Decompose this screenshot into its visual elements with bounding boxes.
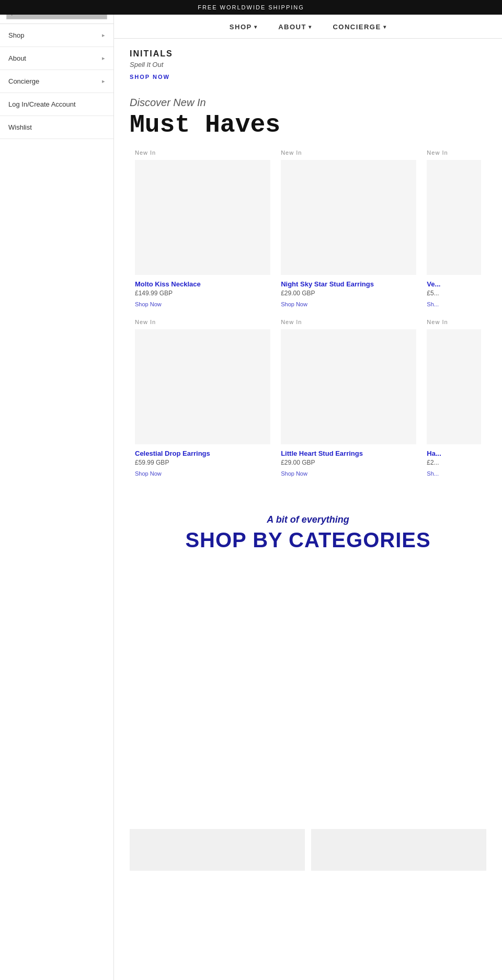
product-image-5 [281,329,416,444]
nav-concierge-arrow: ▾ [383,24,387,30]
product-image-6 [427,329,481,444]
sidebar-concierge-label: Concierge [8,77,39,85]
category-labels [114,824,502,881]
sidebar-shop-label: Shop [8,31,24,39]
product-price-5: £29.00 GBP [281,459,416,466]
product-badge-6: New In [427,319,481,325]
product-badge-5: New In [281,319,416,325]
must-haves-title: Must Haves [130,111,486,139]
product-badge: New In [135,149,270,156]
product-card-2: New In Night Sky Star Stud Earrings £29.… [276,149,421,308]
product-shop-link-3[interactable]: Sh... [427,301,439,307]
nav-shop-arrow: ▾ [254,24,258,30]
sidebar-item-about[interactable]: About ▸ [0,47,113,70]
initials-shop-now-link[interactable]: SHOP NOW [130,74,170,80]
chevron-icon: ▸ [102,32,105,39]
chevron-icon: ▸ [102,78,105,85]
product-row-2: New In Celestial Drop Earrings £59.99 GB… [130,319,486,478]
main-content: SHOP ▾ ABOUT ▾ CONCIERGE ▾ INITIALS Spel… [114,16,502,980]
product-shop-link-4[interactable]: Shop Now [135,470,162,477]
sidebar-login-link[interactable]: Log In/Create Account [0,93,113,116]
product-shop-link-1[interactable]: Shop Now [135,301,162,307]
product-card-5: New In Little Heart Stud Earrings £29.00… [276,319,421,478]
product-price-1: £149.99 GBP [135,290,270,297]
product-name-6: Ha... [427,449,481,457]
product-badge-3: New In [427,149,481,156]
chevron-icon: ▸ [102,55,105,62]
product-name-3: Ve... [427,280,481,288]
product-row-1: New In Molto Kiss Necklace £149.99 GBP S… [130,149,486,308]
sidebar: Shop ▸ About ▸ Concierge ▸ Log In/Create… [0,0,114,980]
product-price-2: £29.00 GBP [281,290,416,297]
nav-shop[interactable]: SHOP ▾ [230,23,257,31]
product-name-5: Little Heart Stud Earrings [281,449,416,457]
category-more-area [114,881,502,980]
initials-title: INITIALS [130,49,486,59]
nav-concierge-label: CONCIERGE [333,23,381,31]
product-card-3-partial: New In Ve... £5... Sh... [421,149,486,308]
categories-section: A bit of everything SHOP BY CATEGORIES [114,499,502,562]
product-price-3: £5... [427,290,481,297]
product-image-4 [135,329,270,444]
product-price-4: £59.99 GBP [135,459,270,466]
product-image-3 [427,160,481,275]
product-image-1 [135,160,270,275]
login-label: Log In/Create Account [8,100,76,108]
product-shop-link-5[interactable]: Shop Now [281,470,307,477]
product-badge-2: New In [281,149,416,156]
wishlist-label: Wishlist [8,123,32,131]
top-banner: FREE WORLDWIDE SHIPPING [0,0,502,15]
initials-subtitle: Spell It Out [130,61,486,68]
product-card-6-partial: New In Ha... £2... Sh... [421,319,486,478]
top-nav: SHOP ▾ ABOUT ▾ CONCIERGE ▾ [114,16,502,39]
nav-shop-label: SHOP [230,23,252,31]
sidebar-wishlist-link[interactable]: Wishlist [0,116,113,139]
nav-concierge[interactable]: CONCIERGE ▾ [333,23,386,31]
categories-subtitle: A bit of everything [130,514,486,525]
sidebar-item-shop[interactable]: Shop ▸ [0,24,113,47]
discover-text: Discover New In [130,97,486,109]
product-card-1: New In Molto Kiss Necklace £149.99 GBP S… [130,149,276,308]
sidebar-item-concierge[interactable]: Concierge ▸ [0,70,113,93]
product-name-2: Night Sky Star Stud Earrings [281,280,416,288]
category-large-image [114,562,502,824]
product-shop-link-2[interactable]: Shop Now [281,301,307,307]
category-label-2[interactable] [311,829,486,871]
product-price-6: £2... [427,459,481,466]
product-image-2 [281,160,416,275]
initials-section: INITIALS Spell It Out SHOP NOW [114,39,502,86]
product-name-4: Celestial Drop Earrings [135,449,270,457]
product-badge-4: New In [135,319,270,325]
product-name-1: Molto Kiss Necklace [135,280,270,288]
nav-about-label: ABOUT [278,23,306,31]
banner-text: FREE WORLDWIDE SHIPPING [198,4,304,10]
categories-title: SHOP BY CATEGORIES [130,528,486,552]
product-shop-link-6[interactable]: Sh... [427,470,439,477]
category-label-1[interactable] [130,829,305,871]
nav-about[interactable]: ABOUT ▾ [278,23,312,31]
nav-about-arrow: ▾ [309,24,312,30]
must-haves-section: Discover New In Must Haves New In Molto … [114,86,502,499]
sidebar-about-label: About [8,54,26,62]
product-card-4: New In Celestial Drop Earrings £59.99 GB… [130,319,276,478]
